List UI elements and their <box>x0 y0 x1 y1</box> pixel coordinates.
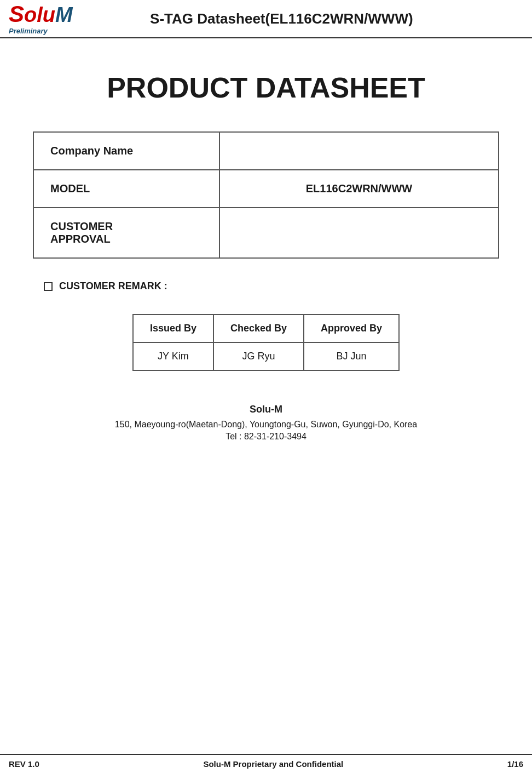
bottom-bar: REV 1.0 Solu-M Proprietary and Confident… <box>0 754 532 773</box>
issued-by-value: JY Kim <box>133 342 213 370</box>
model-value: EL116C2WRN/WWW <box>219 170 499 208</box>
approval-header-row: Issued By Checked By Approved By <box>133 314 399 342</box>
info-table: Company Name MODEL EL116C2WRN/WWW CUSTOM… <box>33 131 499 259</box>
table-row-model: MODEL EL116C2WRN/WWW <box>33 170 499 208</box>
customer-approval-value <box>219 208 499 258</box>
remark-label: CUSTOMER REMARK : <box>59 280 167 292</box>
page-header: SoluM Preliminary S-TAG Datasheet(EL116C… <box>0 0 532 38</box>
approved-by-header: Approved By <box>304 314 399 342</box>
approval-table: Issued By Checked By Approved By JY Kim … <box>132 314 400 371</box>
logo-area: SoluM Preliminary <box>9 3 73 35</box>
checked-by-value: JG Ryu <box>213 342 304 370</box>
issued-by-header: Issued By <box>133 314 213 342</box>
checked-by-header: Checked By <box>213 314 304 342</box>
table-row-company: Company Name <box>33 132 499 170</box>
header-title: S-TAG Datasheet(EL116C2WRN/WWW) <box>84 10 523 27</box>
company-tel: Tel : 82-31-210-3494 <box>33 432 499 442</box>
logo-olu: olu <box>24 3 55 26</box>
remark-checkbox <box>44 282 53 291</box>
logo-s: S <box>9 1 24 27</box>
company-address: 150, Maeyoung-ro(Maetan-Dong), Youngtong… <box>33 420 499 430</box>
logo-m: M <box>55 3 73 26</box>
company-name-value <box>219 132 499 170</box>
main-content: PRODUCT DATASHEET Company Name MODEL EL1… <box>0 38 532 469</box>
page-number: 1/16 <box>507 759 523 769</box>
approval-values-row: JY Kim JG Ryu BJ Jun <box>133 342 399 370</box>
page-title: PRODUCT DATASHEET <box>33 71 499 104</box>
table-row-customer-approval: CUSTOMER APPROVAL <box>33 208 499 258</box>
approved-by-value: BJ Jun <box>304 342 399 370</box>
customer-approval-label: CUSTOMER APPROVAL <box>33 208 219 258</box>
logo-preliminary: Preliminary <box>9 27 48 35</box>
confidential-notice: Solu-M Proprietary and Confidential <box>203 759 343 769</box>
remark-section: CUSTOMER REMARK : <box>33 280 499 292</box>
company-name: Solu-M <box>33 404 499 415</box>
revision: REV 1.0 <box>9 759 39 769</box>
company-name-label: Company Name <box>33 132 219 170</box>
logo: SoluM <box>9 3 73 26</box>
company-info: Solu-M 150, Maeyoung-ro(Maetan-Dong), Yo… <box>33 404 499 442</box>
model-label: MODEL <box>33 170 219 208</box>
approval-table-wrapper: Issued By Checked By Approved By JY Kim … <box>33 314 499 371</box>
